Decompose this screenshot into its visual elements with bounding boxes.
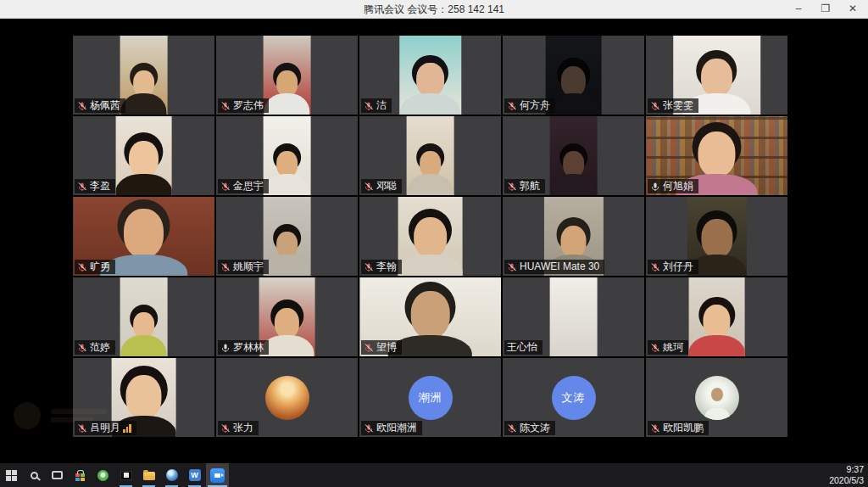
participant-tile[interactable]: 金思宇 — [216, 116, 358, 195]
participant-name-badge: 望博 — [361, 340, 402, 355]
taskbar-clock[interactable]: 9:37 2020/5/3 — [829, 463, 864, 487]
participant-tile[interactable]: 何方舟 — [503, 36, 644, 115]
participant-name-badge: 杨佩茜 — [75, 98, 125, 113]
participant-name-badge: 旷勇 — [75, 260, 115, 274]
windows-start-icon — [6, 470, 17, 481]
person-face — [560, 226, 587, 258]
participant-name: 望博 — [376, 341, 397, 354]
taskbar-button-media-player[interactable] — [114, 463, 137, 487]
person-body — [264, 174, 309, 195]
taskbar-button-search[interactable] — [23, 463, 46, 487]
participant-tile[interactable]: HUAWEI Mate 30 — [503, 197, 644, 276]
participant-tile[interactable]: 郭航 — [503, 116, 644, 195]
person-face — [125, 375, 161, 419]
participant-name: 邓聪 — [376, 180, 397, 193]
participant-tile[interactable]: 洁 — [359, 36, 501, 115]
taskbar-button-start[interactable] — [0, 463, 23, 487]
participant-tile[interactable]: 刘仔丹 — [646, 197, 787, 276]
participant-name: 李盈 — [90, 180, 110, 193]
taskbar-button-file-explorer[interactable] — [137, 463, 160, 487]
participant-tile[interactable]: 文涛陈文涛 — [503, 358, 644, 437]
participant-tile[interactable]: 范婷 — [73, 277, 214, 356]
participant-video — [120, 36, 168, 115]
participant-name-badge: 李盈 — [75, 179, 115, 193]
participant-tile[interactable]: 杨佩茜 — [73, 36, 214, 115]
taskbar-button-browser[interactable] — [160, 463, 183, 487]
person-body — [115, 174, 172, 195]
search-icon — [31, 472, 38, 479]
participant-video — [263, 197, 311, 276]
taskbar-button-wps-office[interactable]: W — [183, 463, 206, 487]
participant-name-badge: 范婷 — [75, 340, 115, 355]
participant-tile[interactable]: 罗林林 — [216, 277, 358, 356]
mic-muted-icon — [77, 423, 87, 434]
close-button[interactable]: ✕ — [839, 0, 866, 19]
participant-name: 罗林林 — [233, 341, 264, 354]
person-face — [701, 59, 732, 96]
mic-muted-icon — [507, 101, 517, 111]
participant-name-badge: HUAWEI Mate 30 — [504, 260, 604, 274]
mic-muted-icon — [77, 343, 87, 353]
mic-muted-icon — [77, 262, 87, 272]
media-player-icon — [120, 471, 132, 480]
person-face — [561, 66, 586, 97]
participant-name-badge: 罗志伟 — [218, 98, 269, 113]
mic-muted-icon — [220, 101, 231, 111]
participant-tile[interactable]: 李翰 — [359, 197, 501, 276]
participant-tile[interactable]: 姚顺宇 — [216, 197, 358, 276]
participant-tile[interactable]: 欧阳凯鹏 — [646, 358, 787, 437]
participant-name: 张雯雯 — [663, 99, 693, 112]
participant-tile[interactable]: 王心怡 — [503, 277, 644, 356]
mic-muted-icon — [364, 262, 374, 272]
maximize-button[interactable]: ❐ — [812, 0, 839, 19]
title-bar[interactable]: 腾讯会议 会议号：258 142 141 – ❐ ✕ — [0, 0, 868, 19]
participant-name-badge: 陈文涛 — [504, 421, 555, 435]
participant-tile[interactable]: 李盈 — [73, 116, 214, 195]
participant-video — [398, 197, 463, 276]
wps-office-icon: W — [189, 469, 201, 481]
mic-muted-icon — [364, 423, 374, 434]
participant-tile[interactable]: 罗志伟 — [216, 36, 358, 115]
person-face — [129, 141, 159, 177]
participant-name: 姚顺宇 — [233, 260, 264, 273]
person-face — [698, 132, 735, 177]
participant-name-badge: 金思宇 — [218, 179, 269, 193]
taskbar-button-task-view[interactable] — [46, 463, 69, 487]
meeting-content-area: 杨佩茜罗志伟洁何方舟张雯雯李盈金思宇邓聪郭航何旭娟旷勇姚顺宇李翰HUAWEI M… — [0, 19, 868, 463]
participant-tile[interactable]: 吕明月 — [73, 358, 214, 437]
taskbar-button-tencent-meeting[interactable] — [206, 463, 229, 487]
participant-tile[interactable]: 望博 — [359, 277, 501, 356]
participant-tile[interactable]: 何旭娟 — [646, 116, 787, 195]
mic-muted-icon — [220, 262, 231, 272]
mic-muted-icon — [507, 262, 517, 272]
mic-muted-icon — [507, 182, 517, 192]
participant-tile[interactable]: 张力 — [216, 358, 358, 437]
participant-tile[interactable]: 张雯雯 — [646, 36, 787, 115]
mic-muted-icon — [77, 182, 87, 192]
participant-tile[interactable]: 旷勇 — [73, 197, 214, 276]
taskbar-icons: W — [0, 463, 229, 487]
network-signal-icon — [123, 424, 131, 433]
taskbar-button-store[interactable] — [69, 463, 92, 487]
participant-name-badge: 吕明月 — [75, 421, 136, 435]
participant-video — [120, 277, 168, 356]
person-body — [407, 174, 453, 195]
mic-muted-icon — [650, 423, 660, 434]
participant-name: 杨佩茜 — [90, 99, 120, 112]
participant-name: 罗志伟 — [233, 99, 264, 112]
mic-muted-icon — [364, 343, 374, 353]
clock-time: 9:37 — [847, 464, 864, 475]
participant-name-badge: 何方舟 — [504, 98, 555, 113]
participant-video — [688, 277, 745, 356]
browser-icon — [166, 469, 178, 481]
participant-name-badge: 王心怡 — [504, 340, 542, 355]
person-body — [264, 93, 309, 115]
participant-name: 吕明月 — [90, 422, 120, 434]
participant-tile[interactable]: 姚珂 — [646, 277, 787, 356]
file-explorer-icon — [143, 472, 155, 480]
participant-tile[interactable]: 邓聪 — [359, 116, 501, 195]
windows-taskbar: W 9:37 2020/5/3 — [0, 463, 868, 487]
taskbar-button-green-app[interactable] — [92, 463, 114, 487]
participant-tile[interactable]: 潮洲欧阳潮洲 — [359, 358, 501, 437]
minimize-button[interactable]: – — [785, 0, 812, 19]
